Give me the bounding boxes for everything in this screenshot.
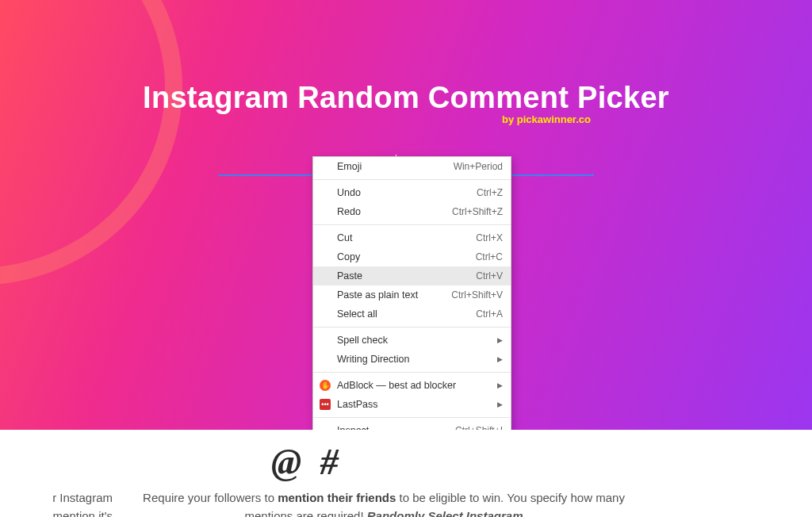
submenu-arrow-icon: ▶ — [497, 381, 503, 389]
page-title: Instagram Random Comment Picker — [0, 81, 812, 115]
menu-item-label: Paste as plain text — [337, 289, 451, 301]
menu-item-paste-as-plain-text[interactable]: Paste as plain textCtrl+Shift+V — [313, 285, 511, 304]
menu-item-lastpass[interactable]: •••LastPass▶ — [313, 395, 511, 414]
menu-item-label: Redo — [337, 206, 452, 217]
left-column-fragment: r Instagram mention it's — [0, 488, 113, 517]
menu-item-label: Writing Direction — [337, 354, 503, 365]
hero-section: Instagram Random Comment Picker by picka… — [0, 0, 812, 430]
menu-item-shortcut: Ctrl+C — [476, 251, 503, 262]
para-pre: Require your followers to — [143, 491, 278, 504]
menu-item-label: Spell check — [337, 335, 503, 346]
below-fold: @ # r Instagram mention it's Require you… — [0, 430, 812, 517]
para-bolditalic: Randomly Select Instagram — [367, 509, 523, 517]
menu-item-adblock-best-ad-blocker[interactable]: ✋AdBlock — best ad blocker▶ — [313, 376, 511, 395]
submenu-arrow-icon: ▶ — [497, 336, 503, 344]
submenu-arrow-icon: ▶ — [497, 400, 503, 408]
menu-item-shortcut: Ctrl+X — [476, 232, 503, 243]
menu-item-label: Inspect — [337, 425, 455, 430]
at-hash-symbols: @ # — [271, 441, 343, 483]
menu-item-shortcut: Ctrl+A — [476, 308, 503, 320]
menu-item-writing-direction[interactable]: Writing Direction▶ — [313, 350, 511, 369]
menu-separator — [313, 224, 511, 225]
menu-item-shortcut: Ctrl+V — [476, 270, 503, 281]
right-column-paragraph: Require your followers to mention their … — [130, 488, 638, 517]
menu-item-inspect[interactable]: InspectCtrl+Shift+I — [313, 421, 511, 430]
menu-item-label: Select all — [337, 308, 476, 320]
menu-item-label: Undo — [337, 187, 477, 198]
submenu-arrow-icon: ▶ — [497, 355, 503, 363]
menu-item-copy[interactable]: CopyCtrl+C — [313, 247, 511, 266]
menu-separator — [313, 417, 511, 418]
menu-item-shortcut: Ctrl+Z — [477, 187, 503, 198]
menu-item-redo[interactable]: RedoCtrl+Shift+Z — [313, 202, 511, 221]
menu-item-undo[interactable]: UndoCtrl+Z — [313, 183, 511, 202]
menu-item-shortcut: Ctrl+Shift+I — [455, 425, 503, 430]
left-frag-2: mention it's — [53, 509, 113, 517]
menu-item-label: Cut — [337, 232, 476, 243]
menu-item-cut[interactable]: CutCtrl+X — [313, 228, 511, 247]
menu-item-label: Copy — [337, 251, 476, 262]
menu-item-label: Paste — [337, 270, 476, 281]
menu-item-label: Emoji — [337, 161, 454, 172]
menu-item-paste[interactable]: PasteCtrl+V — [313, 266, 511, 285]
left-frag-1: r Instagram — [52, 491, 113, 504]
menu-separator — [313, 372, 511, 373]
menu-item-emoji[interactable]: EmojiWin+Period — [313, 157, 511, 176]
byline: by pickawinner.co — [281, 113, 812, 125]
adblock-icon: ✋ — [320, 380, 331, 391]
menu-separator — [313, 179, 511, 180]
lastpass-icon: ••• — [320, 399, 331, 410]
menu-item-shortcut: Ctrl+Shift+Z — [452, 206, 503, 217]
menu-item-shortcut: Ctrl+Shift+V — [451, 289, 503, 301]
para-bold: mention their friends — [278, 491, 396, 504]
menu-item-select-all[interactable]: Select allCtrl+A — [313, 304, 511, 324]
menu-item-shortcut: Win+Period — [454, 161, 503, 172]
context-menu: EmojiWin+PeriodUndoCtrl+ZRedoCtrl+Shift+… — [312, 156, 511, 430]
menu-separator — [313, 327, 511, 327]
menu-item-spell-check[interactable]: Spell check▶ — [313, 331, 511, 350]
menu-item-label: AdBlock — best ad blocker — [337, 380, 503, 391]
menu-item-label: LastPass — [337, 399, 503, 410]
